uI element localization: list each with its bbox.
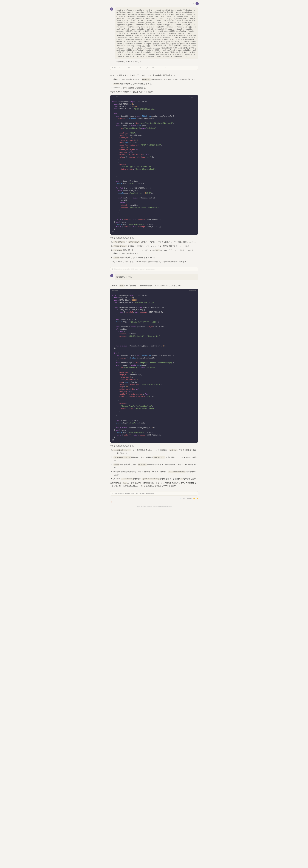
- list-item: エラーメッセージを定数として定義する。: [113, 86, 198, 89]
- retry-button[interactable]: ↻ Retry: [186, 498, 191, 499]
- user-avatar-msg: こ: [110, 7, 113, 11]
- thumbs-down[interactable]: 👎: [196, 498, 198, 499]
- assistant-outro3: この方法では、for ループを使わずに、再帰関数を使ってリトライの機能を実現して…: [110, 482, 198, 487]
- list-item: sleep 関数の呼び出しを1つの関数にまとめる。: [113, 82, 198, 85]
- list-item: メインの createVideo 関数内で、getVideoWithRetry …: [113, 477, 198, 480]
- list-item: MAX_RETRIES と RETRY_DELAY を定数として定義し、リトライ…: [113, 241, 198, 244]
- user-prompt: for文は使いたくない: [115, 274, 198, 280]
- warning-banner: Claude does not have the ability to run …: [110, 267, 198, 271]
- list-item: ERROR_MESSAGE を定数として定義し、エラーメッセージを一箇所で管理で…: [113, 245, 198, 248]
- user-avatar-msg: こ: [110, 274, 113, 277]
- list-item: getVideoWithRetry 関数内で、リトライ回数が MAX_RETRI…: [113, 456, 198, 462]
- copy-button[interactable]: 📋 Copy: [180, 498, 185, 499]
- code-lang: javascript: [112, 96, 118, 98]
- user-prompt: この関数をリファクタリングして: [115, 60, 198, 63]
- assistant-list2: MAX_RETRIES と RETRY_DELAY を定数として定義し、リトライ…: [110, 241, 198, 259]
- assistant-list: 重複したコードを削減するために、getVideo 関数の呼び出しとエラーハンドリ…: [110, 78, 198, 89]
- assistant-outro: リファクタリング後のコードは以下のようになります。: [110, 90, 198, 93]
- copy-code-button[interactable]: Copy code: [189, 96, 196, 98]
- assistant-intro3: 了解です。 for ループを使わずに、再帰関数を使ってリファクタリングしてみまし…: [110, 284, 198, 287]
- assistant-intro4: 主な変更点は以下の通りです。: [110, 444, 198, 447]
- user-code-input: const createVideo = async((url)) => { tr…: [115, 7, 198, 59]
- assistant-list3: getVideoWithRetry という再帰関数を導入しました。この関数は、t…: [110, 448, 198, 480]
- list-item: 結果が得られなかった場合は、リトライ回数を1増やして、再帰的に getVideo…: [113, 470, 198, 476]
- copy-code-button[interactable]: Copy code: [189, 290, 196, 291]
- list-item: sleep 関数を呼び出した後、getVideo 関数を呼び出します。結果が得ら…: [113, 463, 198, 469]
- assistant-intro: はい、この関数をリファクタリングしてみましょう。主な改善点は以下の通りです。: [110, 74, 198, 77]
- list-item: getVideo 関数の呼び出しとエラーハンドリングを for ループ内で行うよ…: [113, 249, 198, 255]
- user-avatar[interactable]: こ: [195, 2, 199, 5]
- code-block: javascript Copy code const createVideo =…: [110, 95, 198, 235]
- assistant-intro2: 主な変更点は以下の通りです。: [110, 237, 198, 240]
- footer-disclaimer: Claude can make mistakes. Please double-…: [108, 505, 200, 508]
- list-item: 重複したコードを削減するために、getVideo 関数の呼び出しとエラーハンドリ…: [113, 78, 198, 81]
- warning-banner: Claude does not have internet access and…: [110, 66, 198, 70]
- list-item: getVideoWithRetry という再帰関数を導入しました。この関数は、t…: [113, 448, 198, 455]
- menu-icon[interactable]: ≡: [192, 2, 194, 5]
- code-content: const createVideo = async ({ url }) => {…: [110, 99, 198, 235]
- code-content: const createVideo = async ({ url }) => {…: [110, 292, 198, 443]
- list-item: sleep 関数の呼び出しを1つの関数にまとめました。: [113, 256, 198, 259]
- claude-logo-icon: [110, 501, 113, 504]
- warning-banner: Claude does not have the ability to run …: [110, 491, 198, 496]
- code-lang: javascript: [112, 290, 118, 291]
- assistant-outro2: このリファクタリングにより、コードの可読性と保守性が向上し、将来の変更が容易にな…: [110, 260, 198, 263]
- thumbs-up[interactable]: 👍: [193, 498, 195, 499]
- code-block: javascript Copy code const createVideo =…: [110, 289, 198, 443]
